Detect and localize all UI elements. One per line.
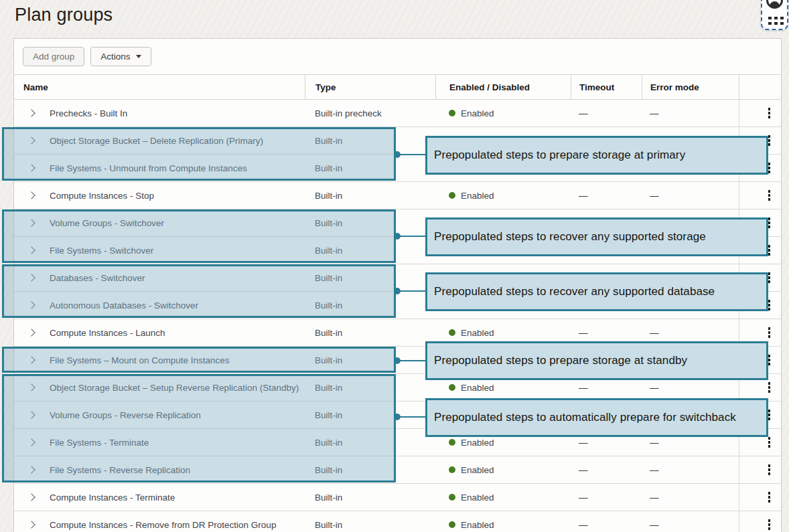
chevron-right-icon[interactable] xyxy=(27,493,35,501)
row-type: Built-in xyxy=(305,182,435,209)
chevron-right-icon[interactable] xyxy=(27,109,35,116)
column-header-name: Name xyxy=(14,75,305,99)
kebab-menu-icon[interactable] xyxy=(766,379,773,395)
highlight-group-storage-recovery xyxy=(2,209,396,263)
annotation-callout: Prepopulated steps to automatically prep… xyxy=(425,398,768,437)
highlight-group-standby-storage xyxy=(2,347,396,373)
timeout-value: — xyxy=(571,511,642,532)
timeout-value: — xyxy=(571,182,642,209)
annotation-connector-dot xyxy=(394,357,401,364)
caret-down-icon xyxy=(136,55,141,58)
annotation-callout: Prepopulated steps to recover any suppor… xyxy=(425,217,768,256)
status-dot-icon xyxy=(449,192,455,199)
annotation-connector-dot xyxy=(394,288,401,294)
error-mode-value: — xyxy=(642,100,739,126)
table-header: Name Type Enabled / Disabled Timeout Err… xyxy=(14,74,781,100)
user-menu-chip[interactable] xyxy=(761,0,788,30)
timeout-value: — xyxy=(571,484,642,511)
annotation-text: Prepopulated steps to prepare storage at… xyxy=(434,149,685,162)
kebab-menu-icon[interactable] xyxy=(766,187,773,203)
kebab-menu-icon[interactable] xyxy=(766,325,773,341)
error-mode-value: — xyxy=(642,456,739,483)
column-header-timeout: Timeout xyxy=(571,75,642,99)
annotation-connector-dot xyxy=(394,151,401,158)
status-label: Enabled xyxy=(461,438,494,448)
chevron-right-icon[interactable] xyxy=(27,329,35,336)
annotation-callout: Prepopulated steps to recover any suppor… xyxy=(425,272,768,311)
column-header-error-mode: Error mode xyxy=(642,75,739,99)
status-dot-icon xyxy=(449,329,455,336)
row-name: Prechecks - Built In xyxy=(50,108,127,118)
annotation-text: Prepopulated steps to recover any suppor… xyxy=(434,230,706,244)
kebab-menu-icon[interactable] xyxy=(766,462,773,478)
status-dot-icon xyxy=(449,466,455,473)
kebab-menu-icon[interactable] xyxy=(766,105,773,121)
error-mode-value: — xyxy=(642,182,739,209)
column-header-status: Enabled / Disabled xyxy=(435,75,571,99)
status-label: Enabled xyxy=(461,465,494,475)
status-label: Enabled xyxy=(461,191,494,201)
actions-button[interactable]: Actions xyxy=(90,47,151,66)
timeout-value: — xyxy=(571,456,642,483)
timeout-value: — xyxy=(571,100,642,126)
status-label: Enabled xyxy=(461,383,494,393)
status-dot-icon xyxy=(449,110,455,116)
chevron-right-icon[interactable] xyxy=(27,191,35,199)
chevron-right-icon[interactable] xyxy=(27,521,35,528)
status-label: Enabled xyxy=(461,328,494,338)
row-type: Built-in xyxy=(305,511,435,532)
annotation-callout: Prepopulated steps to prepare storage at… xyxy=(425,341,768,380)
add-group-button[interactable]: Add group xyxy=(23,47,84,66)
status-dot-icon xyxy=(449,494,455,501)
status-dot-icon xyxy=(449,439,455,446)
table-row[interactable]: Compute Instances - Remove from DR Prote… xyxy=(14,511,781,532)
row-name: Compute Instances - Stop xyxy=(50,191,154,201)
row-name: Compute Instances - Terminate xyxy=(50,493,175,503)
screen: Plan groups Add group Actions Name Type … xyxy=(0,0,789,532)
row-name: Compute Instances - Remove from DR Prote… xyxy=(50,520,276,530)
actions-label: Actions xyxy=(100,52,130,62)
table-row[interactable]: Compute Instances - Stop Built-in Enable… xyxy=(14,182,781,209)
status-label: Enabled xyxy=(461,520,494,530)
highlight-group-primary-storage xyxy=(2,127,396,181)
annotation-connector-dot xyxy=(394,233,401,240)
row-name: Compute Instances - Launch xyxy=(50,328,165,338)
error-mode-value: — xyxy=(642,511,739,532)
status-label: Enabled xyxy=(461,493,494,503)
kebab-menu-icon[interactable] xyxy=(766,517,773,532)
annotation-text: Prepopulated steps to automatically prep… xyxy=(434,411,736,424)
annotation-text: Prepopulated steps to prepare storage at… xyxy=(434,354,687,367)
table-row[interactable]: Compute Instances - Terminate Built-in E… xyxy=(14,484,781,511)
table-row[interactable]: Prechecks - Built In Built-in precheck E… xyxy=(14,100,781,127)
add-group-label: Add group xyxy=(33,52,74,62)
grid-dots-icon[interactable] xyxy=(767,15,785,26)
row-type: Built-in xyxy=(305,319,435,346)
annotation-text: Prepopulated steps to recover any suppor… xyxy=(434,285,715,298)
user-avatar-icon[interactable] xyxy=(766,0,783,9)
highlight-group-database-recovery xyxy=(2,264,396,318)
annotation-callout: Prepopulated steps to prepare storage at… xyxy=(425,136,768,175)
row-type: Built-in xyxy=(305,484,435,511)
column-header-actions xyxy=(739,75,781,99)
page-title: Plan groups xyxy=(15,5,113,25)
row-type: Built-in precheck xyxy=(305,100,435,126)
kebab-menu-icon[interactable] xyxy=(766,489,773,505)
error-mode-value: — xyxy=(642,484,739,511)
toolbar: Add group Actions xyxy=(14,39,781,74)
column-header-type: Type xyxy=(305,75,435,99)
status-dot-icon xyxy=(449,384,455,391)
highlight-group-switchback xyxy=(2,374,396,482)
annotation-connector-dot xyxy=(394,414,401,420)
status-label: Enabled xyxy=(461,108,494,118)
status-dot-icon xyxy=(449,521,455,528)
